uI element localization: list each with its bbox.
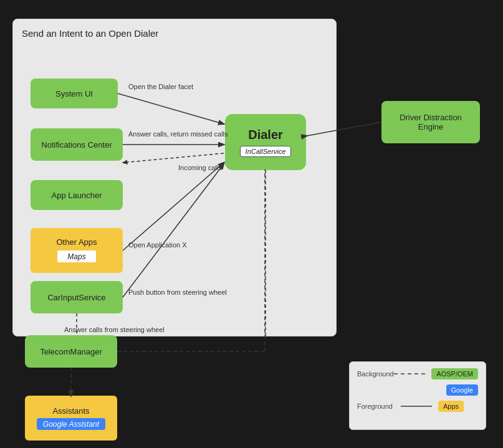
legend-solid-line	[401, 406, 432, 407]
legend-foreground-row: Foreground Apps	[357, 401, 478, 412]
app-launcher-box: App Launcher	[31, 180, 123, 210]
push-button-label: Push button from steering wheel	[128, 288, 227, 296]
svg-line-0	[118, 93, 224, 124]
maps-badge: Maps	[56, 249, 97, 264]
assistants-box: Assistants Google Assistant	[25, 396, 117, 441]
system-ui-box: System UI	[31, 79, 118, 108]
svg-line-4	[123, 164, 224, 297]
legend-google-row: Google	[357, 384, 478, 396]
notifications-center-box: Notifications Center	[31, 128, 123, 161]
dialer-box: Dialer InCallService	[225, 114, 306, 170]
diagram-title: Send an Intent to an Open Dialer	[22, 28, 158, 39]
legend-apps-badge: Apps	[438, 401, 464, 412]
other-apps-container: Other Apps Maps	[31, 228, 123, 273]
legend-dashed-line	[394, 373, 425, 374]
diagram-area: Send an Intent to an Open Dialer System …	[12, 19, 337, 336]
open-dialer-label: Open the Dialer facet	[128, 83, 193, 90]
incall-service-badge: InCallService	[240, 146, 292, 157]
incoming-calls-label: Incoming calls	[178, 164, 222, 171]
legend-background-row: Background AOSP/OEM	[357, 368, 478, 379]
other-apps-box: Other Apps Maps	[31, 228, 123, 273]
legend-box: Background AOSP/OEM Google Foreground Ap…	[349, 361, 486, 430]
telecom-manager-box: TelecomManager	[25, 335, 117, 368]
answer-calls-label: Answer calls, return missed calls	[128, 130, 228, 138]
assistants-container: Assistants Google Assistant	[25, 396, 117, 441]
svg-line-2	[123, 153, 224, 163]
open-application-label: Open Application X	[128, 241, 187, 249]
svg-line-3	[123, 163, 224, 250]
driver-distraction-engine-box: Driver Distraction Engine	[381, 101, 480, 143]
car-input-service-box: CarInputService	[31, 281, 123, 313]
legend-google-badge: Google	[446, 384, 478, 396]
answer-steering-label: Answer calls from steering wheel	[64, 326, 165, 333]
google-assistant-badge: Google Assistant	[37, 418, 105, 430]
legend-aosp-badge: AOSP/OEM	[431, 368, 478, 379]
